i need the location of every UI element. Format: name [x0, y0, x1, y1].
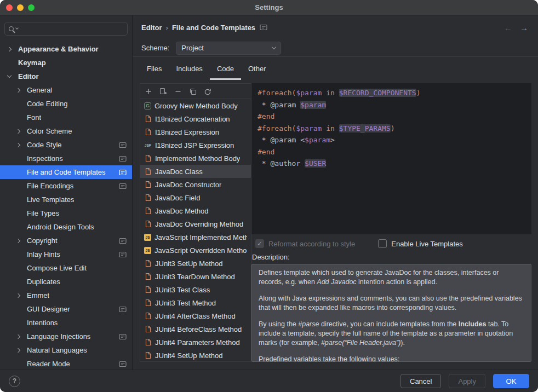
tab-other[interactable]: Other — [241, 57, 273, 80]
remove-template-icon[interactable] — [174, 87, 182, 96]
cancel-button[interactable]: Cancel — [400, 374, 441, 388]
template-file-icon — [144, 325, 152, 333]
chevron-right-icon[interactable] — [16, 239, 27, 243]
template-item-groovy-new-method-body[interactable]: GGroovy New Method Body — [140, 99, 251, 112]
settings-tree: Appearance & BehaviorKeymapEditorGeneral… — [0, 39, 132, 370]
chevron-right-icon[interactable] — [16, 130, 27, 133]
scheme-label: Scheme: — [141, 44, 169, 52]
search-history-chevron-icon[interactable] — [15, 26, 19, 30]
template-item-javadoc-overriding-method[interactable]: JavaDoc Overriding Method — [140, 217, 251, 230]
template-item-label: JavaDoc Method — [155, 207, 209, 215]
tab-code[interactable]: Code — [210, 57, 241, 80]
template-item-javadoc-method[interactable]: JavaDoc Method — [140, 204, 251, 217]
sidebar-item-label: Code Editing — [27, 100, 67, 108]
template-item-javadoc-constructor[interactable]: JavaDoc Constructor — [140, 178, 251, 191]
description-paragraph: By using the #parse directive, you can i… — [259, 320, 524, 348]
screen-icon — [116, 251, 127, 258]
template-item-junit3-test-class[interactable]: JUnit3 Test Class — [140, 283, 251, 296]
template-item-javadoc-class[interactable]: JavaDoc Class — [140, 165, 251, 178]
minimize-window-button[interactable] — [17, 4, 24, 11]
chevron-down-icon[interactable] — [8, 76, 18, 77]
template-item-junit3-test-method[interactable]: JUnit3 Test Method — [140, 296, 251, 309]
template-item-junit4-beforeclass-method[interactable]: JUnit4 BeforeClass Method — [140, 322, 251, 336]
sidebar-item-language-injections[interactable]: Language Injections — [0, 330, 132, 343]
template-item-javascript-implemented-method-body[interactable]: JSJavaScript Implemented Method Body — [140, 230, 251, 244]
template-code-editor[interactable]: #foreach($param in $RECORD_COMPONENTS) *… — [251, 83, 531, 234]
sidebar-item-file-encodings[interactable]: File Encodings — [0, 179, 132, 193]
settings-search-field[interactable] — [4, 22, 128, 36]
sidebar-item-inlay-hints[interactable]: Inlay Hints — [0, 247, 132, 261]
template-item-label: JUnit4 SetUp Method — [155, 351, 223, 360]
sidebar-item-emmet[interactable]: Emmet — [0, 289, 132, 302]
sidebar-item-label: GUI Designer — [27, 305, 70, 313]
sidebar-item-font[interactable]: Font — [0, 111, 132, 124]
sidebar-item-intentions[interactable]: Intentions — [0, 316, 132, 330]
sidebar-item-code-editing[interactable]: Code Editing — [0, 97, 132, 111]
sidebar-item-copyright[interactable]: Copyright — [0, 234, 132, 247]
reset-to-default-icon[interactable] — [203, 87, 212, 96]
chevron-right-icon[interactable] — [16, 349, 27, 352]
template-item-i18nized-jsp-expression[interactable]: JSPI18nized JSP Expression — [140, 139, 251, 152]
reformat-checkbox[interactable] — [255, 239, 264, 248]
sidebar-item-color-scheme[interactable]: Color Scheme — [0, 124, 132, 138]
description-text: Defines template which used to generate … — [251, 264, 531, 362]
screen-icon — [116, 361, 127, 367]
copy-template-icon[interactable] — [188, 87, 197, 96]
template-item-junit4-parameters-method[interactable]: JUnit4 Parameters Method — [140, 336, 251, 349]
sidebar-item-code-style[interactable]: Code Style — [0, 138, 132, 152]
chevron-right-icon[interactable] — [16, 294, 27, 297]
settings-search-input[interactable] — [21, 24, 123, 33]
tab-includes[interactable]: Includes — [169, 57, 209, 80]
sidebar-item-appearance-behavior[interactable]: Appearance & Behavior — [0, 42, 132, 56]
breadcrumb-editor[interactable]: Editor — [141, 24, 162, 32]
sidebar-item-android-design-tools[interactable]: Android Design Tools — [0, 220, 132, 234]
sidebar-item-file-and-code-templates[interactable]: File and Code Templates — [0, 165, 132, 179]
apply-button[interactable]: Apply — [449, 374, 485, 388]
template-item-junit3-setup-method[interactable]: JUnit3 SetUp Method — [140, 257, 251, 270]
template-item-junit4-setup-method[interactable]: JUnit4 SetUp Method — [140, 349, 251, 361]
sidebar-item-natural-languages[interactable]: Natural Languages — [0, 343, 132, 357]
chevron-right-icon[interactable] — [16, 335, 27, 338]
template-item-junit4-afterclass-method[interactable]: JUnit4 AfterClass Method — [140, 309, 251, 322]
sidebar-item-gui-designer[interactable]: GUI Designer — [0, 302, 132, 316]
add-template-icon[interactable] — [144, 87, 153, 96]
settings-sidebar: Appearance & BehaviorKeymapEditorGeneral… — [0, 15, 133, 370]
js-file-icon: JS — [144, 247, 151, 254]
template-item-implemented-method-body[interactable]: Implemented Method Body — [140, 152, 251, 165]
zoom-window-button[interactable] — [28, 4, 35, 11]
sidebar-item-keymap[interactable]: Keymap — [0, 56, 132, 70]
sidebar-item-live-templates[interactable]: Live Templates — [0, 193, 132, 206]
templates-content: GGroovy New Method BodyI18nized Concaten… — [140, 83, 531, 362]
sidebar-item-compose-live-edit[interactable]: Compose Live Edit — [0, 261, 132, 275]
sidebar-item-general[interactable]: General — [0, 83, 132, 97]
forward-arrow-icon[interactable]: → — [520, 23, 528, 32]
close-window-button[interactable] — [6, 4, 13, 11]
sidebar-item-label: Compose Live Edit — [27, 264, 87, 272]
screen-icon — [260, 24, 267, 31]
enable-live-templates-checkbox[interactable] — [378, 239, 387, 248]
sidebar-item-label: Duplicates — [27, 278, 60, 286]
ok-button[interactable]: OK — [493, 374, 529, 388]
template-item-label: JavaDoc Field — [155, 194, 200, 202]
template-item-javadoc-field[interactable]: JavaDoc Field — [140, 191, 251, 204]
template-item-i18nized-expression[interactable]: I18nized Expression — [140, 125, 251, 139]
chevron-right-icon[interactable] — [8, 48, 18, 51]
template-item-label: I18nized Concatenation — [155, 115, 230, 123]
tab-files[interactable]: Files — [140, 57, 169, 80]
screen-icon — [116, 183, 127, 189]
help-button[interactable]: ? — [9, 376, 20, 387]
chevron-right-icon[interactable] — [16, 143, 27, 147]
sidebar-item-reader-mode[interactable]: Reader Mode — [0, 357, 132, 370]
chevron-right-icon[interactable] — [16, 89, 27, 92]
sidebar-item-duplicates[interactable]: Duplicates — [0, 275, 132, 289]
scheme-dropdown[interactable]: Project — [176, 42, 281, 55]
template-item-junit3-teardown-method[interactable]: JUnit3 TearDown Method — [140, 270, 251, 283]
sidebar-item-editor[interactable]: Editor — [0, 70, 132, 83]
sidebar-item-file-types[interactable]: File Types — [0, 206, 132, 220]
back-arrow-icon[interactable]: ← — [504, 23, 512, 32]
sidebar-item-label: Inspections — [27, 154, 63, 163]
create-child-template-icon[interactable] — [159, 87, 168, 96]
template-item-i18nized-concatenation[interactable]: I18nized Concatenation — [140, 112, 251, 125]
sidebar-item-inspections[interactable]: Inspections — [0, 152, 132, 165]
template-item-javascript-overridden-method-body[interactable]: JSJavaScript Overridden Method Body — [140, 244, 251, 257]
